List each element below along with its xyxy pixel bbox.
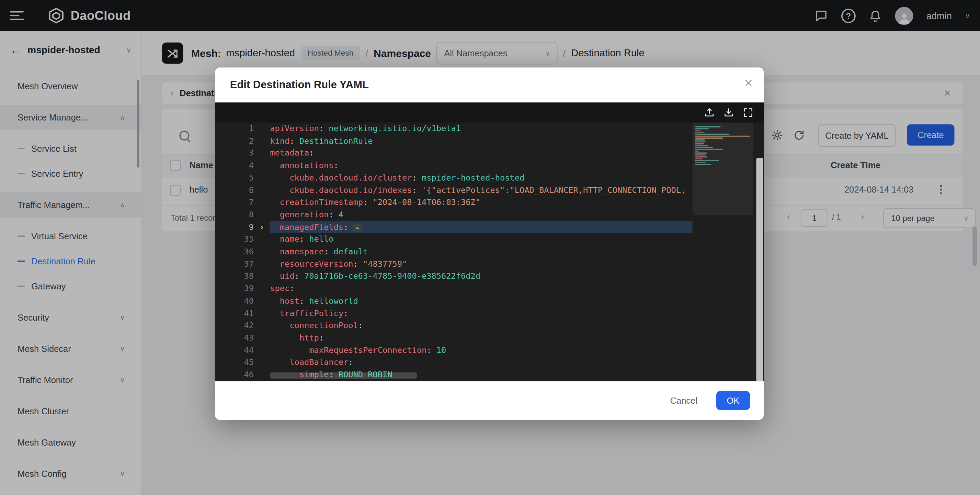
code-line[interactable]: maxRequestsPerConnection: 10 (270, 344, 692, 356)
fold-gutter (254, 369, 270, 381)
editor-gutter: 123456789›353637383940414243444546 (215, 122, 270, 381)
edit-yaml-modal: Edit Destination Rule YAML × 123456789›3… (215, 68, 764, 420)
fold-gutter (254, 356, 270, 369)
fold-gutter (254, 258, 270, 270)
code-line[interactable]: spec: (270, 282, 692, 295)
line-number: 8 (215, 209, 254, 221)
fold-gutter (254, 209, 270, 221)
line-number: 45 (215, 356, 254, 369)
line-number: 38 (215, 270, 254, 282)
code-line[interactable]: connectionPool: (270, 320, 692, 332)
code-line[interactable]: creationTimestamp: "2024-08-14T06:03:36Z… (270, 196, 692, 209)
editor-toolbar (215, 103, 764, 122)
line-number: 1 (215, 122, 254, 135)
editor-minimap[interactable] (693, 122, 753, 381)
modal-footer: Cancel OK (215, 381, 764, 420)
fold-gutter (254, 122, 270, 135)
line-number: 7 (215, 196, 254, 209)
code-line[interactable]: apiVersion: networking.istio.io/v1beta1 (270, 122, 692, 135)
line-number: 6 (215, 184, 254, 196)
code-line[interactable]: loadBalancer: (270, 356, 692, 369)
upload-icon[interactable] (704, 107, 715, 118)
fullscreen-icon[interactable] (742, 107, 754, 118)
ok-button[interactable]: OK (716, 391, 750, 410)
minimap-lines (695, 126, 750, 166)
line-number: 3 (215, 147, 254, 159)
line-number: 44 (215, 344, 254, 356)
download-icon[interactable] (723, 107, 735, 118)
fold-gutter (254, 270, 270, 282)
fold-gutter (254, 147, 270, 159)
code-line[interactable]: generation: 4 (270, 209, 692, 221)
editor-vertical-scrollbar[interactable] (756, 158, 763, 381)
code-line[interactable]: name: hello (270, 233, 692, 246)
fold-gutter (254, 246, 270, 258)
fold-gutter (254, 159, 270, 171)
fold-gutter (254, 344, 270, 356)
folded-region-badge[interactable]: ⋯ (353, 224, 363, 232)
code-line[interactable]: kind: DestinationRule (270, 135, 692, 147)
fold-gutter (254, 184, 270, 196)
line-number: 5 (215, 171, 254, 184)
line-number: 41 (215, 307, 254, 320)
yaml-editor: 123456789›353637383940414243444546 apiVe… (215, 103, 764, 381)
line-number: 35 (215, 233, 254, 246)
fold-gutter (254, 307, 270, 320)
line-number: 9 (215, 221, 254, 233)
code-line[interactable]: metadata: (270, 147, 692, 159)
code-line[interactable]: annotations: (270, 159, 692, 171)
modal-close-icon[interactable]: × (745, 76, 752, 90)
line-number: 42 (215, 320, 254, 332)
code-line[interactable]: host: helloworld (270, 295, 692, 307)
code-line[interactable]: managedFields:⋯ (270, 221, 692, 233)
modal-title: Edit Destination Rule YAML (230, 79, 369, 91)
code-line[interactable]: ckube.daocloud.io/indexes: '{"activePoli… (270, 184, 692, 196)
fold-chevron-icon[interactable]: › (254, 221, 270, 233)
code-area[interactable]: 123456789›353637383940414243444546 apiVe… (215, 122, 764, 381)
fold-gutter (254, 282, 270, 295)
code-line[interactable]: resourceVersion: "4837759" (270, 258, 692, 270)
line-number: 40 (215, 295, 254, 307)
line-number: 37 (215, 258, 254, 270)
code-line[interactable]: namespace: default (270, 246, 692, 258)
fold-gutter (254, 332, 270, 344)
line-number: 2 (215, 135, 254, 147)
code-line[interactable]: http: (270, 332, 692, 344)
editor-horizontal-scrollbar[interactable] (270, 373, 417, 379)
fold-gutter (254, 196, 270, 209)
line-number: 36 (215, 246, 254, 258)
code-line[interactable]: uid: 70a1716b-ce63-4785-9400-e385622f6d2… (270, 270, 692, 282)
line-number: 4 (215, 159, 254, 171)
fold-gutter (254, 233, 270, 246)
line-number: 39 (215, 282, 254, 295)
code-line[interactable]: trafficPolicy: (270, 307, 692, 320)
cancel-button[interactable]: Cancel (670, 395, 697, 405)
line-number: 46 (215, 369, 254, 381)
fold-gutter (254, 171, 270, 184)
fold-gutter (254, 295, 270, 307)
code-line[interactable]: ckube.daocloud.io/cluster: mspider-hoste… (270, 171, 692, 184)
fold-gutter (254, 320, 270, 332)
code-lines[interactable]: apiVersion: networking.istio.io/v1beta1k… (270, 122, 692, 381)
line-number: 43 (215, 332, 254, 344)
fold-gutter (254, 135, 270, 147)
app-root: DaoCloud ? admin ∨ ← mspider-hosted ∨ Me… (0, 0, 980, 495)
